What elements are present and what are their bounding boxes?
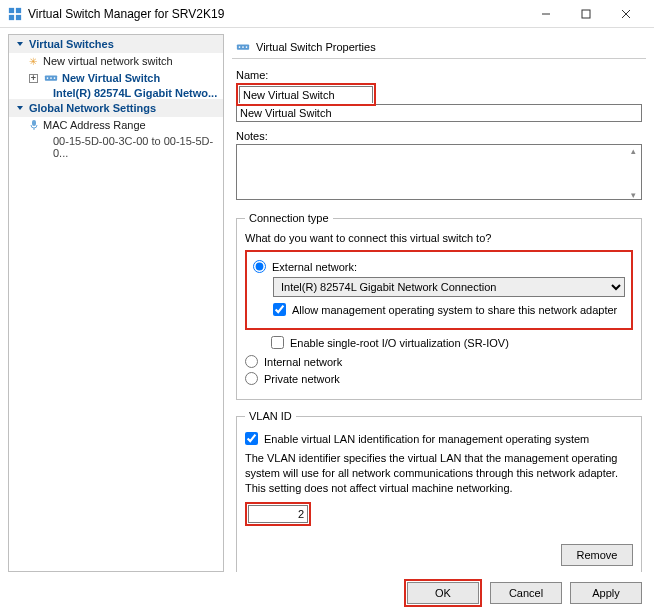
svg-point-19	[246, 46, 248, 48]
app-icon	[8, 7, 22, 21]
minimize-button[interactable]	[526, 0, 566, 28]
svg-point-12	[54, 77, 56, 79]
external-network-radio[interactable]	[253, 260, 266, 273]
global-network-settings-header[interactable]: Global Network Settings	[9, 99, 223, 117]
external-network-label: External network:	[272, 261, 357, 273]
remove-button[interactable]: Remove	[561, 544, 633, 566]
sriov-row[interactable]: Enable single-root I/O virtualization (S…	[251, 336, 633, 349]
vlan-enable-label: Enable virtual LAN identification for ma…	[264, 433, 589, 445]
svg-point-10	[47, 77, 49, 79]
svg-rect-0	[9, 7, 14, 12]
scroll-down-icon[interactable]: ▾	[626, 190, 640, 200]
svg-point-11	[50, 77, 52, 79]
sriov-label: Enable single-root I/O virtualization (S…	[290, 337, 509, 349]
svg-marker-8	[17, 42, 23, 46]
global-settings-label: Global Network Settings	[29, 102, 156, 114]
sidebar-item-new-virtual-switch[interactable]: + New Virtual Switch	[9, 69, 223, 87]
svg-rect-3	[16, 14, 21, 19]
cancel-button[interactable]: Cancel	[490, 582, 562, 604]
allow-mgmt-label: Allow management operating system to sha…	[292, 304, 617, 316]
scrollbar[interactable]: ▴▾	[626, 146, 640, 200]
sidebar: Virtual Switches New virtual network swi…	[8, 34, 224, 572]
chevron-down-icon	[15, 103, 25, 113]
panel-header: Virtual Switch Properties	[232, 34, 646, 59]
internal-network-radio[interactable]	[245, 355, 258, 368]
apply-button[interactable]: Apply	[570, 582, 642, 604]
tree-item-label: New virtual network switch	[43, 55, 173, 67]
dialog-footer: OK Cancel Apply	[0, 578, 654, 613]
vlan-group: VLAN ID Enable virtual LAN identificatio…	[236, 410, 642, 572]
panel-title: Virtual Switch Properties	[256, 41, 376, 53]
expand-icon[interactable]: +	[29, 74, 38, 83]
notes-label: Notes:	[236, 130, 642, 142]
connection-question: What do you want to connect this virtual…	[245, 232, 633, 244]
virtual-switches-label: Virtual Switches	[29, 38, 114, 50]
name-input[interactable]	[239, 86, 373, 103]
sidebar-item-adapter[interactable]: Intel(R) 82574L Gigabit Netwo...	[9, 87, 223, 99]
network-switch-icon	[236, 40, 250, 54]
chevron-down-icon	[15, 39, 25, 49]
maximize-button[interactable]	[566, 0, 606, 28]
adapter-select[interactable]: Intel(R) 82574L Gigabit Network Connecti…	[273, 277, 625, 297]
private-network-radio[interactable]	[245, 372, 258, 385]
internal-network-label: Internal network	[264, 356, 342, 368]
virtual-switches-header[interactable]: Virtual Switches	[9, 35, 223, 53]
tree-item-label: MAC Address Range	[43, 119, 146, 131]
svg-marker-13	[17, 106, 23, 110]
svg-rect-1	[16, 7, 21, 12]
svg-rect-5	[582, 10, 590, 18]
svg-rect-14	[32, 120, 36, 126]
allow-mgmt-row[interactable]: Allow management operating system to sha…	[273, 303, 625, 316]
connection-type-group: Connection type What do you want to conn…	[236, 212, 642, 400]
private-network-label: Private network	[264, 373, 340, 385]
sriov-checkbox[interactable]	[271, 336, 284, 349]
close-button[interactable]	[606, 0, 646, 28]
mac-range-icon	[29, 119, 39, 131]
svg-point-17	[239, 46, 241, 48]
network-switch-icon	[44, 71, 58, 85]
external-network-radio-row[interactable]: External network:	[253, 260, 625, 273]
allow-mgmt-checkbox[interactable]	[273, 303, 286, 316]
name-label: Name:	[236, 69, 642, 81]
scroll-up-icon[interactable]: ▴	[626, 146, 640, 156]
connection-type-legend: Connection type	[245, 212, 333, 224]
vlan-enable-checkbox[interactable]	[245, 432, 258, 445]
vlan-enable-row[interactable]: Enable virtual LAN identification for ma…	[245, 432, 633, 445]
private-network-radio-row[interactable]: Private network	[245, 372, 633, 385]
vlan-legend: VLAN ID	[245, 410, 296, 422]
name-input-full[interactable]	[236, 104, 642, 122]
new-virtual-network-switch-action[interactable]: New virtual network switch	[9, 53, 223, 69]
internal-network-radio-row[interactable]: Internal network	[245, 355, 633, 368]
notes-textarea[interactable]	[236, 144, 642, 200]
title-bar: Virtual Switch Manager for SRV2K19	[0, 0, 654, 28]
tree-item-label: New Virtual Switch	[62, 72, 160, 84]
svg-rect-2	[9, 14, 14, 19]
svg-point-18	[242, 46, 244, 48]
ok-button[interactable]: OK	[407, 582, 479, 604]
vlan-id-input[interactable]	[248, 505, 308, 523]
mac-range-value: 00-15-5D-00-3C-00 to 00-15-5D-0...	[9, 133, 223, 161]
window-title: Virtual Switch Manager for SRV2K19	[28, 7, 526, 21]
vlan-description: The VLAN identifier specifies the virtua…	[245, 451, 633, 496]
sidebar-item-mac-range[interactable]: MAC Address Range	[9, 117, 223, 133]
